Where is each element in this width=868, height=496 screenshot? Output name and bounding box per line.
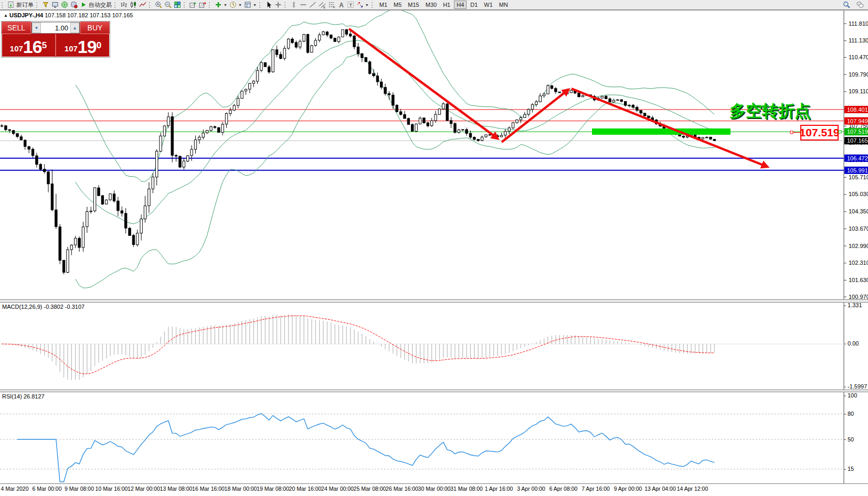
volume-down-button[interactable]: ▼ [32, 23, 41, 33]
vertical-line-button[interactable] [289, 1, 299, 9]
timeframe-button-d1[interactable]: D1 [468, 1, 480, 9]
auto-scroll-button[interactable] [188, 1, 198, 9]
candle-body [160, 136, 162, 151]
chart-shift-button[interactable] [198, 1, 207, 9]
candle-chart-button[interactable] [129, 1, 138, 9]
time-axis-label: 9 Mar 08:00 [65, 486, 94, 492]
sell-price[interactable]: 107 16 5 [2, 34, 56, 57]
price-tick-label: 100.970 [849, 294, 868, 300]
candle-body [283, 48, 285, 58]
candle-body [229, 110, 231, 114]
candle-body [287, 39, 289, 48]
candle-body [407, 118, 409, 125]
arrows-button[interactable]: ▼ [355, 1, 370, 9]
templates-button[interactable]: ▼ [243, 1, 258, 9]
toolbar-grip [36, 2, 39, 8]
text-button[interactable]: A [336, 1, 346, 9]
symbol-name: USDJPY-,H4 [9, 12, 43, 18]
candle-body [458, 130, 460, 133]
time-axis-label: 26 Mar 16:00 [386, 486, 418, 492]
cursor-button[interactable] [264, 1, 273, 9]
timeframe-button-m5[interactable]: M5 [391, 1, 404, 9]
text-label-button[interactable]: T [346, 1, 355, 9]
chart-canvas[interactable]: 多空转折点多空转折点107.519111.810111.130110.47010… [0, 0, 868, 496]
timeframe-button-h1[interactable]: H1 [440, 1, 453, 9]
new-order-button[interactable]: 新订单 [6, 1, 35, 9]
price-tick-label: 110.470 [849, 54, 868, 60]
horizontal-line-button[interactable] [299, 1, 308, 9]
candle-body [268, 67, 270, 72]
candle-body [612, 100, 615, 102]
market-depth-button[interactable] [41, 1, 50, 9]
candle-body [90, 211, 92, 211]
candle-body [640, 111, 642, 113]
candle-body [299, 41, 301, 47]
timeframe-button-m1[interactable]: M1 [377, 1, 390, 9]
candle-body [473, 137, 475, 139]
buy-button[interactable]: BUY [80, 21, 110, 34]
candle-body [357, 47, 359, 53]
bar-chart-button[interactable] [119, 1, 129, 9]
candle-body [78, 238, 80, 247]
candle-body [190, 149, 193, 156]
funnel-icon [42, 1, 49, 8]
zoom-out-button[interactable] [163, 1, 173, 9]
equidistant-channel-button[interactable]: E [317, 1, 327, 9]
candle-body [465, 130, 468, 133]
search-button[interactable] [842, 1, 851, 9]
candle-body [438, 109, 440, 114]
volume-input[interactable] [41, 23, 70, 33]
line-chart-button[interactable] [138, 1, 147, 9]
candle-body [516, 120, 518, 123]
signal-icon [61, 1, 68, 8]
candle-body [144, 206, 146, 219]
indicators-button[interactable]: ▼ [214, 1, 228, 9]
trendline-button[interactable] [308, 1, 317, 9]
svg-text:T: T [349, 3, 352, 8]
candle-body [163, 126, 165, 136]
candle-body [605, 96, 607, 99]
timeframe-button-m15[interactable]: M15 [405, 1, 421, 9]
time-axis-label: 3 Apr 00:00 [517, 486, 545, 492]
candle-body [380, 82, 383, 87]
candle-body [187, 156, 189, 161]
timeframe-button-mn[interactable]: MN [496, 1, 511, 9]
periods-button[interactable]: ▼ [228, 1, 243, 9]
tile-windows-button[interactable] [173, 1, 182, 9]
signals-button[interactable] [60, 1, 69, 9]
candle-body [423, 118, 425, 123]
zoom-in-button[interactable] [154, 1, 163, 9]
tline-icon [309, 1, 316, 8]
timeframe-button-m30[interactable]: M30 [423, 1, 439, 9]
time-axis-label: 18 Mar 00:00 [225, 486, 257, 492]
fibonacci-button[interactable]: F [327, 1, 336, 9]
candle-body [311, 46, 313, 52]
timeframe-button-w1[interactable]: W1 [481, 1, 495, 9]
auto-trading-button[interactable]: 自动交易 [79, 1, 113, 9]
price-badge-text: 107.949 [847, 118, 868, 124]
volume-up-button[interactable]: ▲ [70, 23, 79, 33]
buy-price[interactable]: 107 19 0 [56, 34, 110, 57]
candle-body [98, 188, 100, 196]
candle-body [55, 210, 57, 227]
turning-point-text[interactable]: 多空转折点 [729, 102, 811, 120]
timeframe-button-h4[interactable]: H4 [454, 1, 467, 9]
price-tick-label: 111.810 [849, 20, 868, 27]
zin-icon [155, 1, 162, 8]
db-icon [70, 1, 78, 8]
sell-button[interactable]: SELL [2, 21, 31, 34]
candle-body [392, 95, 394, 105]
candle-body [280, 55, 282, 59]
candle-body [272, 50, 274, 72]
data-window-button[interactable] [50, 1, 60, 9]
candle-body [291, 39, 293, 42]
history-center-button[interactable] [69, 1, 79, 9]
collapse-icon[interactable]: ▲ [4, 13, 8, 18]
time-axis-label: 9 Apr 00:00 [614, 486, 642, 492]
candle-body [109, 194, 111, 200]
chat-button[interactable] [855, 1, 865, 9]
crosshair-button[interactable] [273, 1, 283, 9]
candle-body [388, 93, 390, 95]
highlight-rectangle[interactable] [592, 128, 731, 135]
time-axis[interactable]: 4 Mar 20206 Mar 00:009 Mar 08:0010 Mar 1… [0, 486, 868, 496]
